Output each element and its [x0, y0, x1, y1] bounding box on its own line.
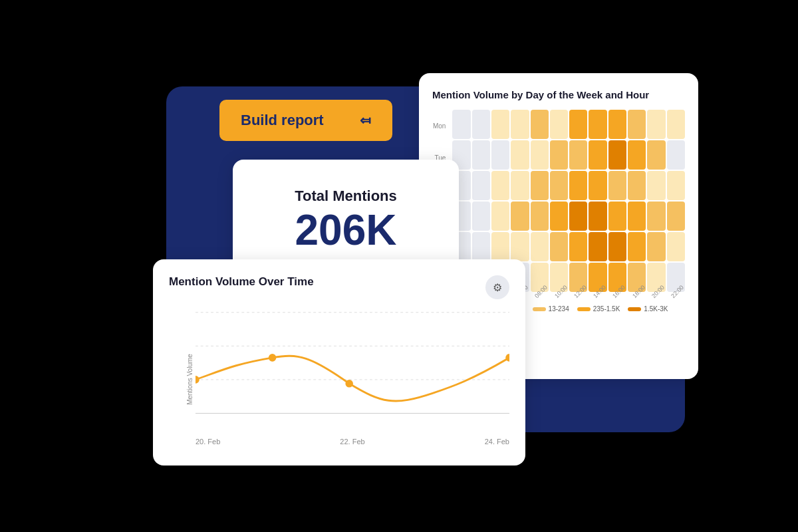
heat-cell [647, 171, 665, 200]
day-label: Mon [432, 111, 448, 140]
svg-point-7 [196, 376, 200, 384]
heat-cell [608, 232, 626, 261]
heat-cell [531, 110, 549, 139]
heat-cell [511, 201, 529, 231]
heat-cell [550, 171, 568, 200]
line-chart-svg: 15K 10K 5K [196, 306, 509, 426]
heat-cell [472, 171, 490, 200]
heat-cell [589, 232, 606, 261]
x-tick-3: 24. Feb [485, 438, 509, 446]
legend-range-label: 1.5K-3K [644, 305, 668, 313]
gear-icon: ⚙ [493, 281, 502, 294]
mentions-label: Total Mentions [295, 188, 397, 205]
svg-point-8 [269, 354, 277, 362]
heat-cell [491, 201, 509, 231]
heat-cell [667, 110, 685, 139]
svg-point-9 [345, 380, 353, 388]
legend-item: 13-234 [533, 305, 569, 313]
heat-cell [647, 110, 665, 139]
heat-cell [531, 171, 549, 200]
heat-cell [667, 171, 685, 200]
heat-cell [608, 140, 626, 170]
heat-cell [628, 201, 646, 231]
x-tick-2: 22. Feb [340, 438, 364, 446]
x-tick-1: 20. Feb [196, 438, 220, 446]
heat-cell [472, 232, 490, 261]
x-axis: 20. Feb 22. Feb 24. Feb [196, 438, 509, 446]
heat-cell [589, 201, 606, 231]
heat-cell [647, 140, 665, 170]
legend-item: 1.5K-3K [628, 305, 668, 313]
build-report-label: Build report [241, 112, 324, 129]
heat-cell [511, 140, 529, 170]
heat-cell [608, 171, 626, 200]
heat-cell [569, 110, 587, 139]
legend-range-label: 235-1.5K [593, 305, 620, 313]
heat-cell [491, 232, 509, 261]
heat-cell [452, 110, 470, 139]
line-chart-card: Mention Volume Over Time ⚙ Mentions Volu… [153, 259, 525, 466]
build-report-button[interactable]: Build report ⤆ [219, 100, 392, 141]
heat-cell [491, 171, 509, 200]
heat-cell [569, 171, 587, 200]
heat-cell [647, 232, 665, 261]
heat-cell [608, 201, 626, 231]
heat-cell [472, 110, 490, 139]
heat-cell [589, 171, 606, 200]
heat-cell [550, 232, 568, 261]
heatmap-title: Mention Volume by Day of the Week and Ho… [432, 89, 685, 100]
y-axis-label: Mentions Volume [186, 354, 194, 405]
legend-item: 235-1.5K [577, 305, 620, 313]
heat-cell [608, 110, 626, 139]
mentions-value: 206K [295, 209, 397, 251]
heat-cell [511, 232, 529, 261]
heat-cell [531, 232, 549, 261]
heat-cell [531, 140, 549, 170]
heat-cell [647, 201, 665, 231]
heat-cell [569, 140, 587, 170]
heat-cell [628, 232, 646, 261]
legend-swatch [577, 307, 591, 311]
heat-cell [569, 201, 587, 231]
legend-swatch [533, 307, 546, 311]
heat-cell [511, 171, 529, 200]
legend-swatch [628, 307, 641, 311]
heat-cell [550, 201, 568, 231]
gear-button[interactable]: ⚙ [485, 275, 509, 299]
heat-cell [628, 110, 646, 139]
legend-range-label: 13-234 [549, 305, 569, 313]
heat-cell [628, 140, 646, 170]
heat-cell [472, 140, 490, 170]
heat-cell [511, 110, 529, 139]
heat-cell [550, 110, 568, 139]
heat-cell [667, 140, 685, 170]
line-chart-title: Mention Volume Over Time [169, 275, 314, 289]
heat-cell [472, 201, 490, 231]
heat-cell [531, 201, 549, 231]
heat-cell [569, 232, 587, 261]
heat-cell [491, 140, 509, 170]
chart-area: Mentions Volume 15K 10K 5K 20. [169, 306, 509, 446]
heat-cell [550, 140, 568, 170]
line-chart-header: Mention Volume Over Time ⚙ [169, 275, 509, 299]
heat-cell [628, 171, 646, 200]
chevron-down-icon: ⤆ [360, 112, 371, 128]
heat-cell [589, 140, 606, 170]
heat-cell [589, 110, 606, 139]
heat-cell [667, 201, 685, 231]
heat-cell [491, 110, 509, 139]
heat-cell [667, 232, 685, 261]
